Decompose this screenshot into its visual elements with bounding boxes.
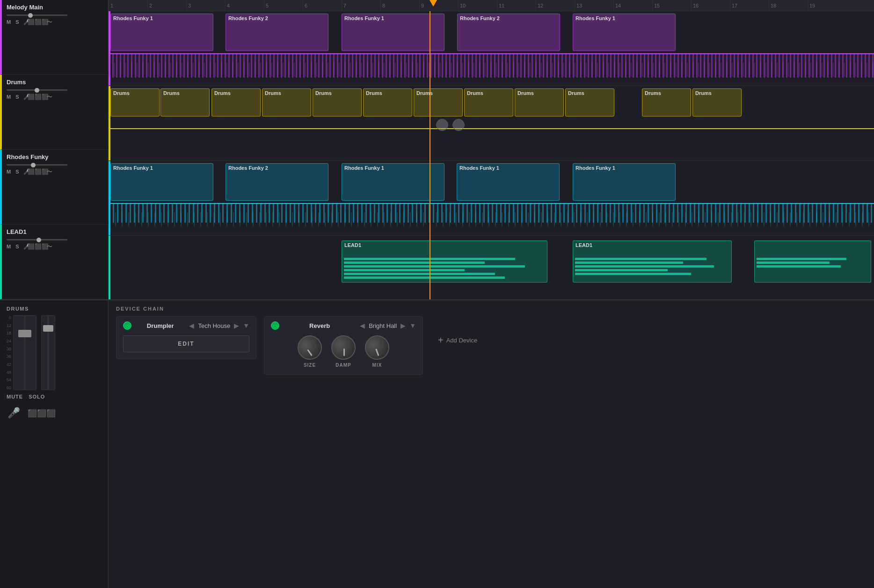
clip-drums-5[interactable]: Drums: [313, 88, 362, 116]
drumpler-plugin-name: Drumpler: [135, 322, 185, 329]
clip-drums-4[interactable]: Drums: [262, 88, 311, 116]
ruler-mark-18: 18: [769, 0, 776, 11]
clip-drums-9[interactable]: Drums: [515, 88, 564, 116]
drums-circle-2: [452, 119, 465, 131]
size-knob[interactable]: [295, 333, 325, 363]
reverb-dropdown[interactable]: ▼: [409, 322, 416, 329]
clip-rhodes-1[interactable]: Rhodes Funky 1: [110, 163, 213, 201]
clip-lead1-2[interactable]: LEAD1: [573, 240, 732, 283]
clip-drums-8[interactable]: Drums: [464, 88, 513, 116]
reverb-next-arrow[interactable]: ▶: [401, 322, 406, 329]
melody-volume-slider[interactable]: [7, 15, 67, 16]
size-knob-container: SIZE: [298, 335, 322, 368]
device-drumpler-header: ⏻ Drumpler ◀ Tech House ▶ ▼: [123, 321, 249, 330]
damp-knob[interactable]: [330, 334, 357, 361]
lead1-mute-btn[interactable]: M: [7, 244, 11, 249]
clip-drums-12[interactable]: Drums: [692, 88, 742, 116]
ruler-mark-9: 9: [419, 0, 424, 11]
rhodes-track-controls: M S 🎤 ⬛⬛⬛ 〜: [7, 168, 103, 175]
drums-volume-slider[interactable]: [7, 89, 67, 91]
clip-rhodes-2[interactable]: Rhodes Funky 2: [226, 163, 328, 201]
device-chain-title: DEVICE CHAIN: [109, 300, 874, 316]
device-chain-area: DEVICE CHAIN ⏻ Drumpler ◀ Tech House ▶ ▼…: [109, 300, 874, 588]
drumpler-prev-arrow[interactable]: ◀: [189, 322, 194, 329]
ruler-mark-14: 14: [613, 0, 621, 11]
drumpler-power-button[interactable]: ⏻: [123, 321, 131, 330]
drums-midi-icon[interactable]: ⬛⬛⬛: [35, 94, 42, 100]
clip-melody-3[interactable]: Rhodes Funky 1: [342, 14, 444, 51]
ruler-mark-4: 4: [225, 0, 230, 11]
rhodes-volume-slider[interactable]: [7, 164, 67, 166]
ruler-mark-16: 16: [691, 0, 699, 11]
track-row-rhodes: Rhodes Funky 1 Rhodes Funky 2 Rhodes Fun…: [109, 161, 874, 236]
master-fader-thumb[interactable]: [43, 325, 53, 332]
clip-lead1-1[interactable]: LEAD1: [342, 240, 547, 283]
clip-melody-5[interactable]: Rhodes Funky 1: [573, 14, 676, 51]
lead1-automation-icon[interactable]: 〜: [46, 243, 53, 250]
drums-mic-icon[interactable]: 🎤: [7, 407, 20, 419]
ruler-mark-3: 3: [186, 0, 191, 11]
track-row-lead1: LEAD1 LEAD1: [109, 236, 874, 299]
clip-melody-2[interactable]: Rhodes Funky 2: [226, 14, 328, 51]
clip-drums-2[interactable]: Drums: [160, 88, 210, 116]
clip-drums-7[interactable]: Drums: [414, 88, 463, 116]
clip-drums-1[interactable]: Drums: [110, 88, 160, 116]
drums-solo-btn[interactable]: S: [15, 94, 19, 100]
tracks-content: Rhodes Funky 1 Rhodes Funky 2 Rhodes Fun…: [109, 11, 874, 299]
melody-mute-btn[interactable]: M: [7, 19, 11, 25]
lead1-track-controls: M S 🎤 ⬛⬛⬛ 〜: [7, 243, 103, 250]
melody-midi-icon[interactable]: ⬛⬛⬛: [35, 19, 42, 25]
lead1-color-bar: [109, 236, 110, 299]
melody-track-controls: M S 🎤 ⬛⬛⬛ 〜: [7, 19, 103, 25]
lead1-solo-btn[interactable]: S: [15, 244, 19, 249]
playhead-marker: [430, 0, 437, 7]
clip-drums-3[interactable]: Drums: [211, 88, 261, 116]
clip-rhodes-5[interactable]: Rhodes Funky 1: [573, 163, 676, 201]
rhodes-midi-icon[interactable]: ⬛⬛⬛: [35, 168, 42, 175]
clip-melody-4[interactable]: Rhodes Funky 2: [457, 14, 560, 51]
drums-mute-btn[interactable]: M: [7, 94, 11, 100]
reverb-prev-arrow[interactable]: ◀: [360, 322, 365, 329]
device-reverb: ⏻ Reverb ◀ Bright Hall ▶ ▼ SIZE DAMP: [264, 316, 423, 375]
volume-fader[interactable]: [13, 315, 36, 390]
master-fader[interactable]: [41, 315, 55, 390]
clip-drums-10[interactable]: Drums: [565, 88, 614, 116]
mute-button[interactable]: MUTE: [7, 394, 23, 399]
clip-drums-11[interactable]: Drums: [642, 88, 691, 116]
devices-row: ⏻ Drumpler ◀ Tech House ▶ ▼ EDIT ⏻ Rever…: [109, 316, 874, 375]
ruler[interactable]: 1 2 3 4 5 6 7 8 9 10 11 12 13 14 15 16 1…: [109, 0, 874, 11]
drums-eq-icon[interactable]: ⬛⬛⬛: [28, 409, 56, 418]
rhodes-automation-icon[interactable]: 〜: [46, 168, 53, 175]
drumpler-next-arrow[interactable]: ▶: [234, 322, 239, 329]
mix-knob[interactable]: [363, 334, 391, 362]
device-drumpler: ⏻ Drumpler ◀ Tech House ▶ ▼ EDIT: [116, 316, 256, 359]
reverb-power-button[interactable]: ⏻: [271, 321, 279, 330]
bottom-left-panel: DRUMS 0 12 18 24 30 36 42 48 54 60: [0, 300, 109, 588]
drumpler-dropdown[interactable]: ▼: [243, 322, 249, 329]
clip-melody-1[interactable]: Rhodes Funky 1: [110, 14, 213, 51]
melody-solo-btn[interactable]: S: [15, 19, 19, 25]
rhodes-mute-btn[interactable]: M: [7, 169, 11, 174]
add-device-button[interactable]: + Add Device: [430, 330, 485, 350]
ruler-mark-5: 5: [264, 0, 269, 11]
size-knob-label: SIZE: [304, 363, 316, 368]
clip-lead1-2-label: LEAD1: [575, 242, 592, 248]
clip-lead1-3[interactable]: [754, 240, 871, 283]
damp-knob-container: DAMP: [331, 335, 356, 368]
fader-thumb[interactable]: [18, 330, 31, 337]
lead1-volume-slider[interactable]: [7, 239, 67, 240]
ruler-mark-13: 13: [575, 0, 582, 11]
ruler-mark-6: 6: [303, 0, 307, 11]
drums-automation-icon[interactable]: 〜: [46, 94, 53, 100]
clip-rhodes-4[interactable]: Rhodes Funky 1: [457, 163, 560, 201]
clip-drums-6[interactable]: Drums: [363, 88, 412, 116]
reverb-plugin-name: Reverb: [283, 322, 356, 329]
melody-automation-icon[interactable]: 〜: [46, 19, 53, 25]
ruler-marks: 1 2 3 4 5 6 7 8 9 10 11 12 13 14 15 16 1…: [109, 0, 874, 11]
clip-rhodes-3[interactable]: Rhodes Funky 1: [342, 163, 444, 201]
rhodes-solo-btn[interactable]: S: [15, 169, 19, 174]
drumpler-edit-button[interactable]: EDIT: [123, 335, 249, 352]
solo-button[interactable]: SOLO: [29, 394, 45, 399]
ruler-mark-10: 10: [458, 0, 466, 11]
lead1-midi-icon[interactable]: ⬛⬛⬛: [35, 243, 42, 250]
